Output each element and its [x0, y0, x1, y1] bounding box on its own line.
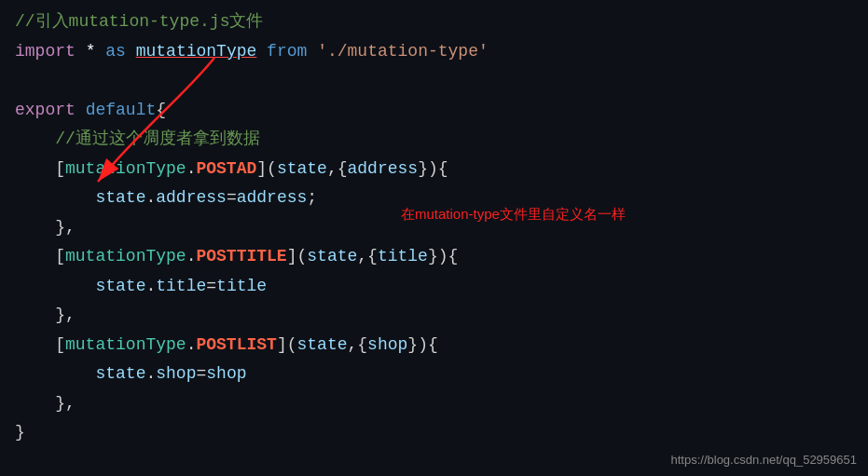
- default-keyword: default: [86, 96, 157, 126]
- code-line-7: state . address = address ;: [15, 184, 853, 213]
- state-address: state: [95, 184, 145, 213]
- code-line-15: }: [15, 418, 853, 448]
- state-title-prop: title: [156, 272, 206, 302]
- shop-val: shop: [206, 360, 246, 389]
- param-state-2: state: [307, 242, 357, 272]
- code-line-12: [ mutationType . POSTLIST ]( state ,{ sh…: [15, 331, 853, 360]
- mutation-ref-3: mutationType: [65, 331, 186, 360]
- param-title: title: [378, 242, 428, 272]
- from-keyword: from: [267, 37, 307, 67]
- code-line-13: state . shop = shop: [15, 360, 853, 389]
- state-shop-prop: shop: [156, 360, 196, 389]
- title-val: title: [216, 272, 267, 302]
- param-shop: shop: [367, 331, 407, 360]
- code-container: //引入mutation-type.js文件 import * as mutat…: [0, 0, 868, 476]
- param-address: address: [348, 155, 419, 184]
- param-state-1: state: [277, 155, 327, 184]
- code-line-1: //引入mutation-type.js文件: [15, 7, 853, 37]
- mutation-postad: POSTAD: [196, 155, 256, 184]
- asterisk: *: [86, 37, 96, 67]
- code-line-8: },: [15, 213, 853, 243]
- mutation-posttitle: POSTTITLE: [196, 242, 286, 272]
- code-line-14: },: [15, 389, 853, 419]
- mutation-type-var: mutationType: [136, 37, 257, 67]
- code-line-10: state . title = title: [15, 272, 853, 302]
- as-keyword: as: [105, 37, 126, 67]
- comment-2: //通过这个凋度者拿到数据: [55, 125, 260, 155]
- address-val: address: [237, 184, 308, 213]
- import-keyword: import: [15, 37, 76, 67]
- import-path: './mutation-type': [317, 37, 489, 67]
- state-shop: state: [95, 360, 145, 389]
- comment-1: //引入mutation-type.js文件: [15, 7, 263, 37]
- code-line-3: [15, 66, 853, 96]
- mutation-ref-1: mutationType: [65, 155, 186, 184]
- code-line-4: export default {: [15, 96, 853, 126]
- code-line-9: [ mutationType . POSTTITLE ]( state ,{ t…: [15, 242, 853, 272]
- state-address-prop: address: [156, 184, 227, 213]
- code-line-6: [ mutationType . POSTAD ]( state ,{ addr…: [15, 155, 853, 184]
- watermark: https://blog.csdn.net/qq_52959651: [671, 451, 858, 470]
- export-keyword: export: [15, 96, 76, 126]
- code-line-2: import * as mutationType from './mutatio…: [15, 37, 853, 67]
- mutation-postlist: POSTLIST: [196, 331, 276, 360]
- mutation-ref-2: mutationType: [65, 242, 186, 272]
- code-line-5: //通过这个凋度者拿到数据: [15, 125, 853, 155]
- state-title: state: [95, 272, 145, 302]
- param-state-3: state: [296, 331, 347, 360]
- code-line-11: },: [15, 301, 853, 331]
